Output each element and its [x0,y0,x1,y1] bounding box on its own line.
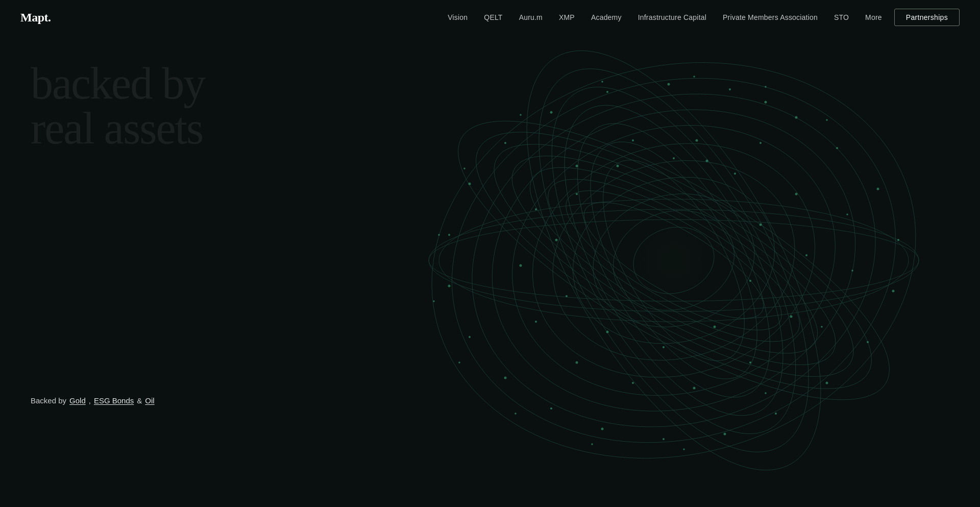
svg-point-89 [520,114,522,116]
svg-point-32 [897,239,899,241]
svg-point-35 [826,382,828,384]
nav-item-academy[interactable]: Academy [591,13,622,22]
nav-link-infrastructure[interactable]: Infrastructure Capital [638,13,706,21]
nav-item-qelt[interactable]: QELT [484,13,502,22]
svg-point-42 [469,336,471,338]
nav-item-sto[interactable]: STO [834,13,849,22]
svg-point-60 [535,321,537,323]
nav-link-more[interactable]: More [865,13,882,21]
hero-text-block: backed byreal assets [31,61,205,151]
svg-point-39 [601,428,604,430]
nav-link-academy[interactable]: Academy [591,13,622,21]
nav-link-aurum[interactable]: Auru.m [519,13,543,21]
svg-point-79 [851,270,853,272]
svg-point-56 [749,361,751,364]
svg-point-90 [601,81,603,83]
svg-point-45 [469,183,471,185]
svg-point-53 [795,193,798,196]
svg-point-30 [836,147,838,149]
svg-point-61 [520,264,522,267]
svg-point-73 [555,239,558,242]
svg-point-40 [550,407,552,409]
svg-point-54 [805,254,807,256]
svg-point-44 [448,234,450,236]
svg-point-33 [892,290,895,293]
backed-by-section: Backed by Gold, ESG Bonds & Oil [31,396,155,405]
svg-point-86 [433,300,435,302]
globe-visualization [378,26,939,485]
svg-point-62 [535,208,537,210]
svg-point-66 [734,173,736,175]
svg-point-47 [550,111,553,114]
nav-link-qelt[interactable]: QELT [484,13,502,21]
svg-point-74 [576,193,578,195]
svg-point-46 [504,142,506,144]
nav-item-xmp[interactable]: XMP [559,13,575,22]
gold-link[interactable]: Gold [69,396,86,405]
svg-point-78 [846,213,848,215]
svg-point-59 [576,361,578,364]
sep1: , [89,396,91,405]
svg-point-41 [504,377,507,379]
svg-point-58 [632,382,634,384]
svg-point-43 [448,285,451,287]
nav-item-more[interactable]: More [865,13,882,22]
svg-point-29 [795,116,798,119]
svg-point-50 [729,88,731,90]
nav-link-vision[interactable]: Vision [448,13,468,21]
svg-point-72 [566,295,568,297]
svg-point-36 [775,413,777,415]
svg-point-55 [790,316,793,318]
oil-link[interactable]: Oil [145,396,154,405]
svg-point-63 [576,165,578,167]
svg-point-80 [821,326,823,328]
svg-point-82 [683,448,685,450]
logo[interactable]: Mapt. [20,11,51,25]
svg-point-38 [663,438,665,440]
nav-link-xmp[interactable]: XMP [559,13,575,21]
svg-point-88 [463,167,465,170]
svg-point-94 [572,158,776,363]
svg-point-31 [877,188,879,190]
svg-point-84 [514,413,517,415]
hero-line1: backed byreal assets [31,61,205,151]
nav-item-infrastructure[interactable]: Infrastructure Capital [638,13,706,22]
svg-point-93 [826,119,828,121]
svg-point-65 [696,139,698,142]
nav-item-vision[interactable]: Vision [448,13,468,22]
nav-item-aurum[interactable]: Auru.m [519,13,543,22]
esg-bonds-link[interactable]: ESG Bonds [94,396,134,405]
svg-point-81 [765,392,767,394]
svg-point-91 [693,76,695,78]
nav-links: Vision QELT Auru.m XMP Academy Infrastru… [448,13,882,22]
partnerships-button[interactable]: Partnerships [894,9,960,26]
svg-point-77 [706,160,708,162]
sep2: & [137,396,142,405]
svg-point-64 [632,139,634,141]
svg-point-51 [765,101,767,104]
svg-point-87 [438,234,440,236]
svg-point-37 [724,433,726,436]
svg-point-85 [458,361,460,364]
svg-point-57 [693,387,696,390]
svg-point-83 [591,443,593,445]
svg-point-75 [617,165,619,167]
svg-point-92 [765,86,767,88]
backed-prefix: Backed by [31,396,66,405]
svg-point-34 [867,341,869,343]
svg-point-52 [760,142,762,144]
nav-link-sto[interactable]: STO [834,13,849,21]
nav-link-pma[interactable]: Private Members Association [723,13,818,21]
svg-point-49 [668,83,670,86]
svg-point-48 [606,91,608,93]
navbar: Mapt. Vision QELT Auru.m XMP Academy Inf… [0,0,980,35]
nav-item-pma[interactable]: Private Members Association [723,13,818,22]
